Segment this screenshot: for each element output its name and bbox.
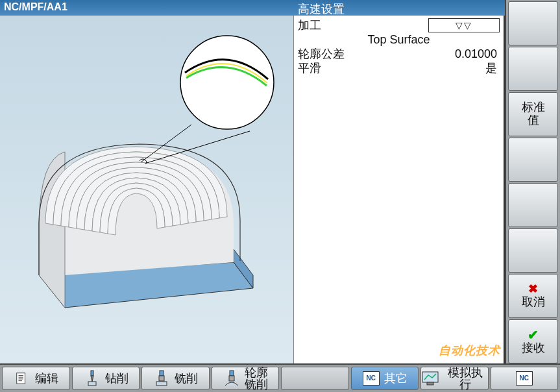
softkey-drilling[interactable]: 钻削 (72, 367, 140, 390)
edit-icon (13, 369, 31, 387)
machining-mode-value: Top Surface (298, 32, 500, 47)
smooth-value[interactable]: 是 (399, 61, 500, 75)
simulation-icon (421, 369, 439, 387)
svg-rect-10 (88, 382, 96, 386)
nc-exec-icon: NC (515, 369, 533, 387)
magnifier-detail (140, 34, 289, 164)
softkey-b5[interactable] (281, 367, 349, 390)
svg-rect-14 (230, 371, 234, 376)
cancel-x-icon: ✖ (528, 283, 538, 296)
machining-label: 加工 (298, 18, 399, 32)
mill-icon (152, 369, 171, 387)
softkey-r2[interactable] (508, 47, 558, 91)
svg-point-3 (180, 36, 274, 129)
tolerance-value[interactable]: 0.01000 (399, 47, 500, 61)
accept-check-icon: ✔ (528, 328, 539, 342)
svg-rect-16 (422, 372, 438, 382)
softkey-b8[interactable]: NC (491, 367, 559, 390)
dropdown-symbol: ▽▽ (456, 18, 472, 32)
tolerance-label: 轮廓公差 (298, 47, 399, 61)
softkey-default-values[interactable]: 标准 值 (508, 92, 558, 136)
parameter-form: 加工 ▽▽ Top Surface 轮廓公差 0.01000 平滑 是 (294, 16, 505, 363)
svg-rect-4 (17, 373, 25, 384)
bottom-softkey-row: 编辑 钻削 铣削 轮廓 铣削 NC 其它 (0, 363, 560, 392)
softkey-r4[interactable] (508, 138, 558, 182)
softkey-simulation[interactable]: 模拟执行 (420, 367, 489, 390)
softkey-milling[interactable]: 铣削 (141, 367, 210, 390)
svg-rect-12 (159, 376, 164, 381)
svg-rect-15 (229, 376, 234, 381)
svg-rect-13 (156, 382, 167, 386)
contour-mill-icon (223, 369, 241, 387)
svg-rect-17 (427, 382, 433, 385)
softkey-r1[interactable] (508, 1, 558, 45)
smooth-label: 平滑 (298, 61, 399, 75)
program-path-bar: NC/MPF/AA1 (0, 0, 294, 16)
softkey-cancel[interactable]: ✖ 取消 (508, 274, 558, 318)
softkey-contour-milling[interactable]: 轮廓 铣削 (212, 367, 280, 390)
softkey-edit[interactable]: 编辑 (2, 367, 70, 390)
nc-icon: NC (362, 369, 380, 387)
graphic-preview-panel (0, 16, 294, 363)
softkey-r5[interactable] (508, 183, 558, 227)
svg-rect-11 (160, 371, 164, 376)
softkey-r6[interactable] (508, 228, 558, 273)
svg-point-2 (140, 159, 147, 164)
softkey-accept[interactable]: ✔ 接收 (508, 319, 558, 363)
drill-icon (83, 369, 101, 387)
machining-dropdown[interactable]: ▽▽ (428, 18, 500, 32)
right-softkey-column: 标准 值 ✖ 取消 ✔ 接收 (505, 0, 560, 392)
softkey-other[interactable]: NC 其它 (351, 367, 419, 390)
svg-rect-9 (91, 371, 93, 376)
panel-title: 高速设置 (294, 0, 505, 16)
